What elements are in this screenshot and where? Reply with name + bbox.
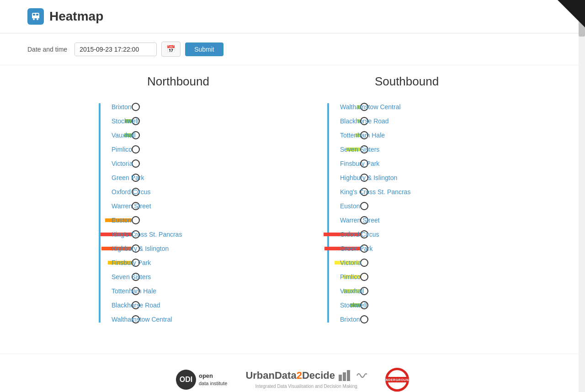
northbound-station-list: BrixtonStockwellVauxhallPimlicoVictoriaG… xyxy=(64,100,292,326)
station-row[interactable]: Finsbury Park xyxy=(101,255,292,270)
station-row[interactable]: Green Park xyxy=(329,241,521,255)
station-row[interactable]: Stockwell xyxy=(329,298,521,312)
train-icon xyxy=(30,11,41,22)
svg-rect-1 xyxy=(33,14,35,16)
station-row[interactable]: Highbury & Islington xyxy=(329,170,521,185)
station-row[interactable]: Blackhorse Road xyxy=(101,298,292,312)
station-dot xyxy=(360,315,368,323)
southbound-title: Southbound xyxy=(292,74,521,89)
station-name: Blackhorse Road xyxy=(112,302,160,309)
svg-rect-3 xyxy=(32,17,39,18)
southbound-station-list: Walthamstow CentralBlackhorse RoadTotten… xyxy=(292,100,521,326)
station-name: Walthamstow Central xyxy=(112,316,172,323)
station-name: Stockwell xyxy=(340,302,367,309)
northbound-title: Northbound xyxy=(64,74,292,89)
station-row[interactable]: Stockwell xyxy=(101,114,292,128)
station-name: Highbury & Islington xyxy=(112,245,169,252)
station-name: Brixton xyxy=(340,316,360,323)
station-name: Tottenham Hale xyxy=(112,287,156,295)
station-name: Pimlico xyxy=(340,273,361,281)
station-dot xyxy=(360,273,368,281)
station-dot xyxy=(360,202,368,210)
station-name: Green Park xyxy=(112,174,144,181)
station-dot xyxy=(132,103,140,111)
svg-rect-7 xyxy=(343,372,346,381)
svg-point-5 xyxy=(37,18,38,20)
northbound-diagram: Northbound BrixtonStockwellVauxhallPimli… xyxy=(64,74,292,326)
station-dot xyxy=(360,259,368,267)
underground-text: UNDERGROUND xyxy=(383,378,411,381)
station-row[interactable]: Walthamstow Central xyxy=(101,312,292,326)
station-name: Stockwell xyxy=(112,117,138,125)
station-row[interactable]: Euston xyxy=(101,213,292,227)
station-dot xyxy=(132,159,140,168)
diagrams-row: Northbound BrixtonStockwellVauxhallPimli… xyxy=(27,74,558,326)
svg-rect-8 xyxy=(347,370,350,381)
toolbar: Date and time 📅 Submit xyxy=(0,33,585,65)
station-name: Tottenham Hale xyxy=(340,132,385,139)
station-row[interactable]: Brixton xyxy=(329,312,521,326)
station-row[interactable]: Warren Street xyxy=(101,199,292,213)
southbound-diagram: Southbound Walthamstow CentralBlackhorse… xyxy=(292,74,521,326)
station-name: Warren Street xyxy=(340,217,380,224)
station-row[interactable]: King's Cross St. Pancras xyxy=(329,185,521,199)
ud2d-logo: UrbanData2Decide Integrated Data Visuali… xyxy=(245,370,367,390)
station-row[interactable]: Seven Sisters xyxy=(329,142,521,156)
station-row[interactable]: Finsbury Park xyxy=(329,156,521,170)
station-name: Blackhorse Road xyxy=(340,117,389,125)
corner-badge xyxy=(558,0,585,27)
station-name: Highbury & Islington xyxy=(340,174,397,181)
footer: ODI open data institute UrbanData2Decide… xyxy=(0,354,585,392)
station-name: Vauxhall xyxy=(340,287,364,295)
station-row[interactable]: Euston xyxy=(329,199,521,213)
station-row[interactable]: Seven Sisters xyxy=(101,270,292,284)
station-name: Oxford Circus xyxy=(112,188,151,196)
station-row[interactable]: Vauxhall xyxy=(101,128,292,142)
station-row[interactable]: Oxford Circus xyxy=(101,185,292,199)
main-content: Northbound BrixtonStockwellVauxhallPimli… xyxy=(0,65,585,344)
ud2d-label: UrbanData2Decide xyxy=(245,370,335,381)
wave-icon xyxy=(356,370,367,381)
underground-logo: UNDERGROUND xyxy=(385,368,409,392)
station-row[interactable]: Pimlico xyxy=(329,270,521,284)
station-name: Oxford Circus xyxy=(340,231,379,238)
station-row[interactable]: Oxford Circus xyxy=(329,227,521,241)
svg-rect-6 xyxy=(339,375,342,381)
station-row[interactable]: Victoria xyxy=(101,156,292,170)
station-name: King's Cross St. Pancras xyxy=(340,188,410,196)
station-name: Seven Sisters xyxy=(112,273,151,281)
station-name: Vauxhall xyxy=(112,132,136,139)
station-row[interactable]: Highbury & Islington xyxy=(101,241,292,255)
station-row[interactable]: Tottenham Hale xyxy=(101,284,292,298)
station-name: Victoria xyxy=(340,259,361,266)
station-row[interactable]: Warren Street xyxy=(329,213,521,227)
ud2d-subtitle: Integrated Data Visualisation and Decisi… xyxy=(255,384,357,389)
svg-rect-2 xyxy=(36,14,38,16)
station-row[interactable]: Pimlico xyxy=(101,142,292,156)
datetime-input[interactable] xyxy=(74,42,157,56)
station-name: Pimlico xyxy=(112,146,132,153)
calendar-button[interactable]: 📅 xyxy=(161,42,181,57)
station-row[interactable]: Victoria xyxy=(329,255,521,270)
station-name: King's Cross St. Pancras xyxy=(112,231,182,238)
app-logo-icon xyxy=(27,8,44,25)
odi-text: open data institute xyxy=(199,372,227,387)
station-row[interactable]: Brixton xyxy=(101,100,292,114)
station-name: Warren Street xyxy=(112,202,151,210)
station-row[interactable]: Vauxhall xyxy=(329,284,521,298)
station-dot xyxy=(132,145,140,154)
station-name: Finsbury Park xyxy=(340,160,379,167)
station-row[interactable]: Tottenham Hale xyxy=(329,128,521,142)
station-row[interactable]: Walthamstow Central xyxy=(329,100,521,114)
station-row[interactable]: King's Cross St. Pancras xyxy=(101,227,292,241)
station-row[interactable]: Green Park xyxy=(101,170,292,185)
station-name: Green Park xyxy=(340,245,373,252)
station-name: Victoria xyxy=(112,160,133,167)
odi-logo: ODI open data institute xyxy=(176,370,227,390)
scroll-track[interactable] xyxy=(579,0,585,392)
station-dot xyxy=(132,216,140,224)
station-name: Walthamstow Central xyxy=(340,103,401,111)
submit-button[interactable]: Submit xyxy=(185,42,223,56)
station-row[interactable]: Blackhorse Road xyxy=(329,114,521,128)
header: Heatmap xyxy=(0,0,585,33)
